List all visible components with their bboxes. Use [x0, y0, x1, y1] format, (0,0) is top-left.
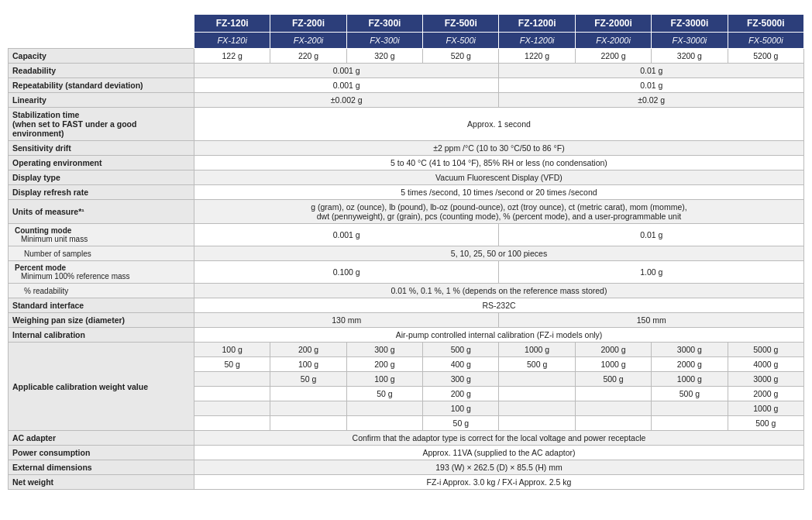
specifications-table: FZ-120iFZ-200iFZ-300iFZ-500iFZ-1200iFZ-2…: [8, 14, 804, 490]
